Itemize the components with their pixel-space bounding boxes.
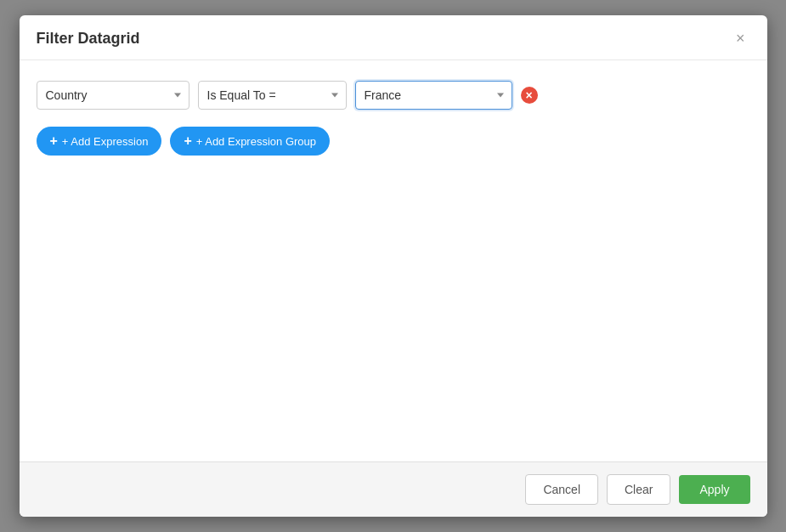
add-expression-group-button[interactable]: + + Add Expression Group <box>170 127 330 156</box>
add-expression-group-plus-icon: + <box>184 134 191 148</box>
filter-row: Country Name City Age Is Equal To = Is N… <box>37 81 750 110</box>
field-select-wrapper: Country Name City Age <box>37 81 189 110</box>
dialog-footer: Cancel Clear Apply <box>20 461 767 517</box>
add-expression-group-label: + Add Expression Group <box>196 135 316 148</box>
value-select-wrapper: France Germany USA UK Spain <box>355 81 512 110</box>
add-expression-plus-icon: + <box>50 134 58 148</box>
dialog-header: Filter Datagrid × <box>20 15 767 60</box>
clear-button[interactable]: Clear <box>607 474 670 505</box>
field-select[interactable]: Country Name City Age <box>37 81 189 110</box>
dialog-title: Filter Datagrid <box>37 30 140 48</box>
operator-select-wrapper: Is Equal To = Is Not Equal To Contains S… <box>198 81 347 110</box>
filter-datagrid-dialog: Filter Datagrid × Country Name City Age … <box>20 15 767 517</box>
actions-row: + + Add Expression + + Add Expression Gr… <box>37 127 750 156</box>
value-select[interactable]: France Germany USA UK Spain <box>355 81 512 110</box>
operator-select[interactable]: Is Equal To = Is Not Equal To Contains S… <box>198 81 347 110</box>
dialog-body: Country Name City Age Is Equal To = Is N… <box>20 60 767 461</box>
dialog-overlay: Filter Datagrid × Country Name City Age … <box>0 0 786 532</box>
apply-button[interactable]: Apply <box>679 475 749 504</box>
add-expression-button[interactable]: + + Add Expression <box>37 127 162 156</box>
add-expression-label: + Add Expression <box>62 135 149 148</box>
close-button[interactable]: × <box>731 29 750 48</box>
remove-icon: × <box>521 87 538 104</box>
remove-filter-button[interactable]: × <box>521 87 538 104</box>
cancel-button[interactable]: Cancel <box>525 474 598 505</box>
